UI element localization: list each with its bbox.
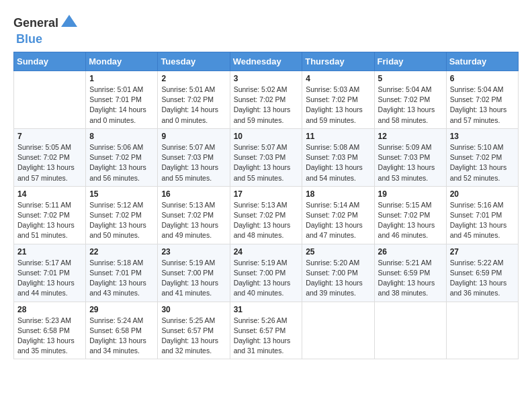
calendar-cell: 11Sunrise: 5:08 AM Sunset: 7:03 PM Dayli… — [302, 128, 374, 186]
day-info: Sunrise: 5:17 AM Sunset: 7:01 PM Dayligh… — [17, 258, 82, 299]
day-info: Sunrise: 5:06 AM Sunset: 7:02 PM Dayligh… — [89, 142, 154, 183]
day-info: Sunrise: 5:07 AM Sunset: 7:03 PM Dayligh… — [161, 142, 226, 183]
calendar-cell: 7Sunrise: 5:05 AM Sunset: 7:02 PM Daylig… — [14, 128, 86, 186]
calendar-cell: 28Sunrise: 5:23 AM Sunset: 6:58 PM Dayli… — [14, 302, 86, 359]
day-info: Sunrise: 5:19 AM Sunset: 7:00 PM Dayligh… — [161, 258, 226, 299]
day-number: 28 — [17, 305, 82, 314]
logo-text-blue: Blue — [16, 32, 42, 46]
calendar-cell: 17Sunrise: 5:13 AM Sunset: 7:02 PM Dayli… — [230, 186, 302, 244]
day-info: Sunrise: 5:02 AM Sunset: 7:02 PM Dayligh… — [234, 85, 299, 126]
calendar-cell — [14, 71, 86, 129]
calendar-cell: 13Sunrise: 5:10 AM Sunset: 7:02 PM Dayli… — [446, 128, 518, 186]
calendar-cell: 15Sunrise: 5:12 AM Sunset: 7:02 PM Dayli… — [86, 186, 158, 244]
calendar-cell — [374, 302, 446, 359]
day-number: 13 — [450, 132, 515, 141]
day-info: Sunrise: 5:18 AM Sunset: 7:01 PM Dayligh… — [89, 258, 154, 299]
logo: General Blue — [13, 13, 79, 46]
calendar-cell: 9Sunrise: 5:07 AM Sunset: 7:03 PM Daylig… — [158, 128, 230, 186]
calendar-cell: 30Sunrise: 5:25 AM Sunset: 6:57 PM Dayli… — [158, 302, 230, 359]
calendar-header-wednesday: Wednesday — [230, 52, 302, 71]
day-info: Sunrise: 5:25 AM Sunset: 6:57 PM Dayligh… — [161, 316, 226, 357]
calendar-header-thursday: Thursday — [302, 52, 374, 71]
calendar-cell: 2Sunrise: 5:01 AM Sunset: 7:02 PM Daylig… — [158, 71, 230, 129]
calendar-header-tuesday: Tuesday — [158, 52, 230, 71]
day-number: 4 — [306, 74, 370, 83]
calendar-week-5: 28Sunrise: 5:23 AM Sunset: 6:58 PM Dayli… — [14, 302, 519, 359]
calendar-cell: 14Sunrise: 5:11 AM Sunset: 7:02 PM Dayli… — [14, 186, 86, 244]
day-info: Sunrise: 5:13 AM Sunset: 7:02 PM Dayligh… — [161, 200, 226, 241]
day-info: Sunrise: 5:10 AM Sunset: 7:02 PM Dayligh… — [450, 142, 515, 183]
day-number: 29 — [89, 305, 154, 314]
calendar-cell: 10Sunrise: 5:07 AM Sunset: 7:03 PM Dayli… — [230, 128, 302, 186]
day-number: 16 — [161, 189, 226, 199]
calendar-cell: 16Sunrise: 5:13 AM Sunset: 7:02 PM Dayli… — [158, 186, 230, 244]
day-number: 8 — [89, 132, 154, 141]
day-info: Sunrise: 5:20 AM Sunset: 7:00 PM Dayligh… — [306, 258, 370, 299]
calendar-cell: 20Sunrise: 5:16 AM Sunset: 7:01 PM Dayli… — [446, 186, 518, 244]
day-number: 27 — [450, 247, 515, 257]
calendar-cell: 6Sunrise: 5:04 AM Sunset: 7:02 PM Daylig… — [446, 71, 518, 129]
calendar-cell: 1Sunrise: 5:01 AM Sunset: 7:01 PM Daylig… — [86, 71, 158, 129]
day-info: Sunrise: 5:15 AM Sunset: 7:02 PM Dayligh… — [378, 200, 443, 241]
day-number: 11 — [306, 132, 370, 141]
day-number: 2 — [161, 74, 226, 83]
calendar-cell: 5Sunrise: 5:04 AM Sunset: 7:02 PM Daylig… — [374, 71, 446, 129]
day-info: Sunrise: 5:13 AM Sunset: 7:02 PM Dayligh… — [234, 200, 299, 241]
calendar-header-friday: Friday — [374, 52, 446, 71]
calendar-week-4: 21Sunrise: 5:17 AM Sunset: 7:01 PM Dayli… — [14, 244, 519, 302]
day-number: 22 — [89, 247, 154, 257]
day-info: Sunrise: 5:14 AM Sunset: 7:02 PM Dayligh… — [306, 200, 370, 241]
day-info: Sunrise: 5:04 AM Sunset: 7:02 PM Dayligh… — [378, 85, 443, 126]
calendar-week-1: 1Sunrise: 5:01 AM Sunset: 7:01 PM Daylig… — [14, 71, 519, 129]
calendar-cell: 27Sunrise: 5:22 AM Sunset: 6:59 PM Dayli… — [446, 244, 518, 302]
calendar-cell: 29Sunrise: 5:24 AM Sunset: 6:58 PM Dayli… — [86, 302, 158, 359]
calendar-cell: 31Sunrise: 5:26 AM Sunset: 6:57 PM Dayli… — [230, 302, 302, 359]
day-number: 18 — [306, 189, 370, 199]
day-info: Sunrise: 5:23 AM Sunset: 6:58 PM Dayligh… — [17, 316, 82, 357]
day-info: Sunrise: 5:16 AM Sunset: 7:01 PM Dayligh… — [450, 200, 515, 241]
calendar-cell — [302, 302, 374, 359]
day-number: 25 — [306, 247, 370, 257]
day-info: Sunrise: 5:09 AM Sunset: 7:03 PM Dayligh… — [378, 142, 443, 183]
calendar-week-2: 7Sunrise: 5:05 AM Sunset: 7:02 PM Daylig… — [14, 128, 519, 186]
day-info: Sunrise: 5:04 AM Sunset: 7:02 PM Dayligh… — [450, 85, 515, 126]
calendar-cell: 24Sunrise: 5:19 AM Sunset: 7:00 PM Dayli… — [230, 244, 302, 302]
calendar-cell — [446, 302, 518, 359]
day-info: Sunrise: 5:19 AM Sunset: 7:00 PM Dayligh… — [234, 258, 299, 299]
page-header: General Blue — [13, 13, 519, 46]
day-info: Sunrise: 5:12 AM Sunset: 7:02 PM Dayligh… — [89, 200, 154, 241]
calendar-cell: 4Sunrise: 5:03 AM Sunset: 7:02 PM Daylig… — [302, 71, 374, 129]
calendar-cell: 26Sunrise: 5:21 AM Sunset: 6:59 PM Dayli… — [374, 244, 446, 302]
day-number: 26 — [378, 247, 443, 257]
day-number: 24 — [234, 247, 299, 257]
day-number: 14 — [17, 189, 82, 199]
day-number: 5 — [378, 74, 443, 83]
day-number: 15 — [89, 189, 154, 199]
day-info: Sunrise: 5:01 AM Sunset: 7:02 PM Dayligh… — [161, 85, 226, 126]
calendar-header-row: SundayMondayTuesdayWednesdayThursdayFrid… — [14, 52, 519, 71]
day-info: Sunrise: 5:26 AM Sunset: 6:57 PM Dayligh… — [234, 316, 299, 357]
calendar-table: SundayMondayTuesdayWednesdayThursdayFrid… — [13, 52, 519, 359]
day-info: Sunrise: 5:24 AM Sunset: 6:58 PM Dayligh… — [89, 316, 154, 357]
day-number: 17 — [234, 189, 299, 199]
calendar-cell: 18Sunrise: 5:14 AM Sunset: 7:02 PM Dayli… — [302, 186, 374, 244]
day-number: 19 — [378, 189, 443, 199]
day-info: Sunrise: 5:22 AM Sunset: 6:59 PM Dayligh… — [450, 258, 515, 299]
calendar-cell: 23Sunrise: 5:19 AM Sunset: 7:00 PM Dayli… — [158, 244, 230, 302]
day-number: 1 — [89, 74, 154, 83]
day-number: 7 — [17, 132, 82, 141]
calendar-cell: 3Sunrise: 5:02 AM Sunset: 7:02 PM Daylig… — [230, 71, 302, 129]
calendar-header-sunday: Sunday — [14, 52, 86, 71]
calendar-cell: 25Sunrise: 5:20 AM Sunset: 7:00 PM Dayli… — [302, 244, 374, 302]
day-number: 31 — [234, 305, 299, 314]
calendar-cell: 19Sunrise: 5:15 AM Sunset: 7:02 PM Dayli… — [374, 186, 446, 244]
calendar-week-3: 14Sunrise: 5:11 AM Sunset: 7:02 PM Dayli… — [14, 186, 519, 244]
day-number: 23 — [161, 247, 226, 257]
calendar-cell: 21Sunrise: 5:17 AM Sunset: 7:01 PM Dayli… — [14, 244, 86, 302]
calendar-cell: 8Sunrise: 5:06 AM Sunset: 7:02 PM Daylig… — [86, 128, 158, 186]
logo-text-general: General — [13, 16, 58, 30]
calendar-cell: 12Sunrise: 5:09 AM Sunset: 7:03 PM Dayli… — [374, 128, 446, 186]
day-info: Sunrise: 5:03 AM Sunset: 7:02 PM Dayligh… — [306, 85, 370, 126]
day-number: 20 — [450, 189, 515, 199]
day-info: Sunrise: 5:21 AM Sunset: 6:59 PM Dayligh… — [378, 258, 443, 299]
